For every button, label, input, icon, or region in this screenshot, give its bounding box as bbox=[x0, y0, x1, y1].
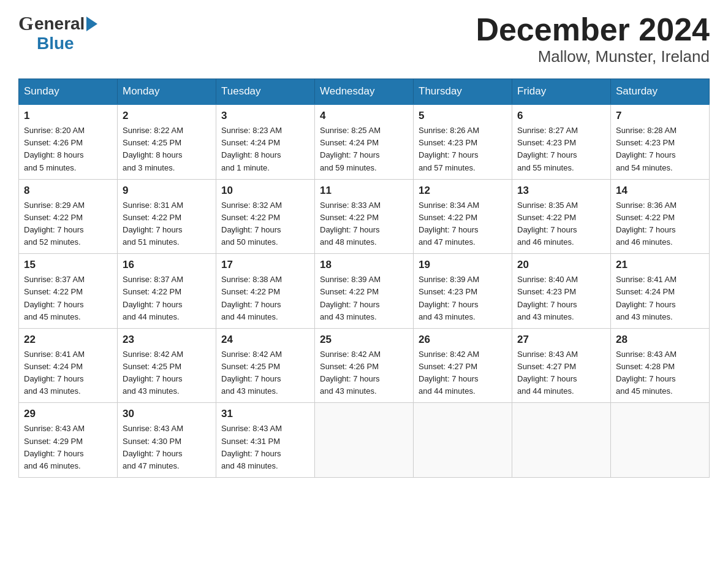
calendar-cell: 8Sunrise: 8:29 AMSunset: 4:22 PMDaylight… bbox=[19, 179, 118, 254]
calendar-cell bbox=[315, 403, 414, 478]
day-number: 4 bbox=[320, 110, 408, 122]
day-info: Sunrise: 8:33 AMSunset: 4:22 PMDaylight:… bbox=[320, 199, 408, 249]
day-number: 7 bbox=[616, 110, 704, 122]
calendar-cell: 21Sunrise: 8:41 AMSunset: 4:24 PMDayligh… bbox=[611, 254, 710, 329]
day-of-week-friday: Friday bbox=[512, 79, 611, 105]
day-number: 14 bbox=[616, 185, 704, 197]
day-number: 6 bbox=[517, 110, 605, 122]
days-of-week-row: SundayMondayTuesdayWednesdayThursdayFrid… bbox=[19, 79, 710, 105]
day-number: 29 bbox=[24, 408, 112, 420]
day-number: 13 bbox=[517, 185, 605, 197]
day-info: Sunrise: 8:42 AMSunset: 4:26 PMDaylight:… bbox=[320, 348, 408, 398]
calendar-cell bbox=[414, 403, 512, 478]
calendar-cell: 30Sunrise: 8:43 AMSunset: 4:30 PMDayligh… bbox=[118, 403, 216, 478]
day-number: 30 bbox=[123, 408, 211, 420]
day-info: Sunrise: 8:39 AMSunset: 4:22 PMDaylight:… bbox=[320, 274, 408, 323]
calendar-cell: 25Sunrise: 8:42 AMSunset: 4:26 PMDayligh… bbox=[315, 328, 414, 403]
day-number: 9 bbox=[123, 185, 211, 197]
day-info: Sunrise: 8:42 AMSunset: 4:25 PMDaylight:… bbox=[221, 348, 309, 398]
day-info: Sunrise: 8:34 AMSunset: 4:22 PMDaylight:… bbox=[419, 199, 507, 249]
calendar-cell: 2Sunrise: 8:22 AMSunset: 4:25 PMDaylight… bbox=[118, 104, 216, 179]
calendar-cell: 26Sunrise: 8:42 AMSunset: 4:27 PMDayligh… bbox=[414, 328, 512, 403]
day-number: 16 bbox=[123, 259, 211, 271]
calendar-cell: 23Sunrise: 8:42 AMSunset: 4:25 PMDayligh… bbox=[118, 328, 216, 403]
week-row-5: 29Sunrise: 8:43 AMSunset: 4:29 PMDayligh… bbox=[19, 403, 710, 478]
calendar-cell: 15Sunrise: 8:37 AMSunset: 4:22 PMDayligh… bbox=[19, 254, 118, 329]
calendar-cell: 27Sunrise: 8:43 AMSunset: 4:27 PMDayligh… bbox=[512, 328, 611, 403]
logo-eneral: eneral bbox=[34, 14, 85, 34]
calendar-header: SundayMondayTuesdayWednesdayThursdayFrid… bbox=[19, 79, 710, 105]
day-info: Sunrise: 8:23 AMSunset: 4:24 PMDaylight:… bbox=[221, 124, 309, 174]
calendar-body: 1Sunrise: 8:20 AMSunset: 4:26 PMDaylight… bbox=[19, 104, 710, 477]
day-number: 25 bbox=[320, 334, 408, 346]
calendar-cell bbox=[611, 403, 710, 478]
calendar-cell: 28Sunrise: 8:43 AMSunset: 4:28 PMDayligh… bbox=[611, 328, 710, 403]
day-number: 28 bbox=[616, 334, 704, 346]
day-info: Sunrise: 8:28 AMSunset: 4:23 PMDaylight:… bbox=[616, 124, 704, 174]
calendar-cell: 6Sunrise: 8:27 AMSunset: 4:23 PMDaylight… bbox=[512, 104, 611, 179]
calendar-cell: 1Sunrise: 8:20 AMSunset: 4:26 PMDaylight… bbox=[19, 104, 118, 179]
day-number: 17 bbox=[221, 259, 309, 271]
day-number: 2 bbox=[123, 110, 211, 122]
week-row-3: 15Sunrise: 8:37 AMSunset: 4:22 PMDayligh… bbox=[19, 254, 710, 329]
day-info: Sunrise: 8:37 AMSunset: 4:22 PMDaylight:… bbox=[24, 274, 112, 323]
day-of-week-thursday: Thursday bbox=[414, 79, 512, 105]
logo-triangle-icon bbox=[86, 17, 97, 31]
day-info: Sunrise: 8:41 AMSunset: 4:24 PMDaylight:… bbox=[24, 348, 112, 398]
day-number: 23 bbox=[123, 334, 211, 346]
day-info: Sunrise: 8:43 AMSunset: 4:30 PMDaylight:… bbox=[123, 423, 211, 472]
calendar-cell: 7Sunrise: 8:28 AMSunset: 4:23 PMDaylight… bbox=[611, 104, 710, 179]
day-number: 26 bbox=[419, 334, 507, 346]
calendar-cell: 5Sunrise: 8:26 AMSunset: 4:23 PMDaylight… bbox=[414, 104, 512, 179]
day-of-week-saturday: Saturday bbox=[611, 79, 710, 105]
title-block: December 2024 Mallow, Munster, Ireland bbox=[476, 12, 710, 66]
calendar-cell: 17Sunrise: 8:38 AMSunset: 4:22 PMDayligh… bbox=[216, 254, 315, 329]
day-info: Sunrise: 8:36 AMSunset: 4:22 PMDaylight:… bbox=[616, 199, 704, 249]
day-info: Sunrise: 8:26 AMSunset: 4:23 PMDaylight:… bbox=[419, 124, 507, 174]
day-number: 1 bbox=[24, 110, 112, 122]
day-number: 15 bbox=[24, 259, 112, 271]
calendar-cell: 31Sunrise: 8:43 AMSunset: 4:31 PMDayligh… bbox=[216, 403, 315, 478]
calendar-cell: 13Sunrise: 8:35 AMSunset: 4:22 PMDayligh… bbox=[512, 179, 611, 254]
day-info: Sunrise: 8:37 AMSunset: 4:22 PMDaylight:… bbox=[123, 274, 211, 323]
day-number: 18 bbox=[320, 259, 408, 271]
day-number: 27 bbox=[517, 334, 605, 346]
day-info: Sunrise: 8:43 AMSunset: 4:29 PMDaylight:… bbox=[24, 423, 112, 472]
day-number: 10 bbox=[221, 185, 309, 197]
day-info: Sunrise: 8:39 AMSunset: 4:23 PMDaylight:… bbox=[419, 274, 507, 323]
calendar-table: SundayMondayTuesdayWednesdayThursdayFrid… bbox=[18, 79, 710, 478]
day-of-week-wednesday: Wednesday bbox=[315, 79, 414, 105]
day-number: 5 bbox=[419, 110, 507, 122]
calendar-cell: 11Sunrise: 8:33 AMSunset: 4:22 PMDayligh… bbox=[315, 179, 414, 254]
day-of-week-tuesday: Tuesday bbox=[216, 79, 315, 105]
day-number: 21 bbox=[616, 259, 704, 271]
day-number: 8 bbox=[24, 185, 112, 197]
day-number: 12 bbox=[419, 185, 507, 197]
calendar-title: December 2024 bbox=[476, 12, 710, 47]
day-info: Sunrise: 8:43 AMSunset: 4:27 PMDaylight:… bbox=[517, 348, 605, 398]
calendar-subtitle: Mallow, Munster, Ireland bbox=[476, 47, 710, 66]
week-row-1: 1Sunrise: 8:20 AMSunset: 4:26 PMDaylight… bbox=[19, 104, 710, 179]
day-info: Sunrise: 8:29 AMSunset: 4:22 PMDaylight:… bbox=[24, 199, 112, 249]
day-info: Sunrise: 8:32 AMSunset: 4:22 PMDaylight:… bbox=[221, 199, 309, 249]
day-number: 11 bbox=[320, 185, 408, 197]
day-number: 3 bbox=[221, 110, 309, 122]
calendar-cell: 18Sunrise: 8:39 AMSunset: 4:22 PMDayligh… bbox=[315, 254, 414, 329]
logo-blue-text: Blue bbox=[18, 34, 74, 53]
logo: G eneral Blue bbox=[18, 12, 97, 56]
week-row-2: 8Sunrise: 8:29 AMSunset: 4:22 PMDaylight… bbox=[19, 179, 710, 254]
logo-g-letter: G bbox=[18, 12, 34, 35]
day-info: Sunrise: 8:42 AMSunset: 4:27 PMDaylight:… bbox=[419, 348, 507, 398]
calendar-cell: 10Sunrise: 8:32 AMSunset: 4:22 PMDayligh… bbox=[216, 179, 315, 254]
day-info: Sunrise: 8:40 AMSunset: 4:23 PMDaylight:… bbox=[517, 274, 605, 323]
calendar-cell: 14Sunrise: 8:36 AMSunset: 4:22 PMDayligh… bbox=[611, 179, 710, 254]
day-info: Sunrise: 8:42 AMSunset: 4:25 PMDaylight:… bbox=[123, 348, 211, 398]
day-of-week-monday: Monday bbox=[118, 79, 216, 105]
day-info: Sunrise: 8:31 AMSunset: 4:22 PMDaylight:… bbox=[123, 199, 211, 249]
day-number: 24 bbox=[221, 334, 309, 346]
day-number: 22 bbox=[24, 334, 112, 346]
day-info: Sunrise: 8:41 AMSunset: 4:24 PMDaylight:… bbox=[616, 274, 704, 323]
calendar-cell: 29Sunrise: 8:43 AMSunset: 4:29 PMDayligh… bbox=[19, 403, 118, 478]
day-number: 31 bbox=[221, 408, 309, 420]
day-number: 19 bbox=[419, 259, 507, 271]
